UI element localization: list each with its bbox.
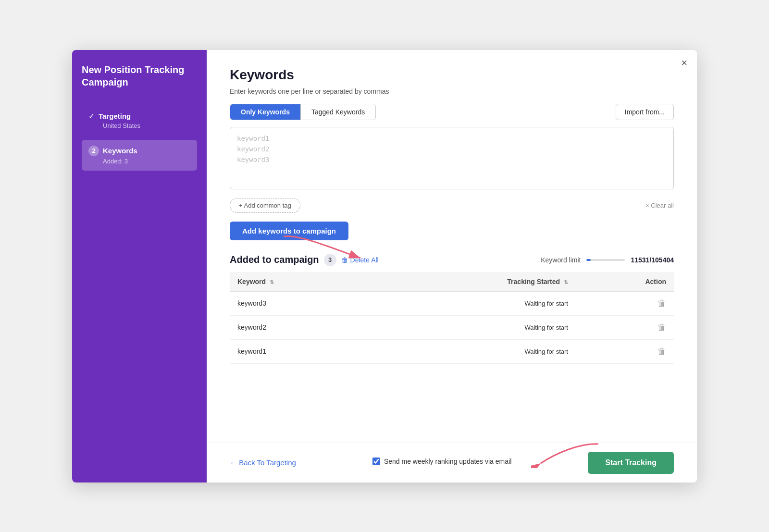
import-button[interactable]: Import from... [616,104,674,120]
sidebar-item-targeting[interactable]: ✓ Targeting United States [82,106,197,135]
action-cell: 🗑 [576,339,674,363]
action-cell: 🗑 [576,315,674,339]
table-row: keyword3 Waiting for start 🗑 [230,291,674,315]
sidebar-targeting-sub: United States [88,122,190,129]
campaign-title: Added to campaign [230,254,319,265]
tracking-status-cell: Waiting for start [370,339,576,363]
modal-footer: ← Back To Targeting Send me weekly ranki… [207,443,697,483]
sidebar-targeting-label: Targeting [99,112,131,120]
trash-icon: 🗑 [341,256,348,264]
table-row: keyword2 Waiting for start 🗑 [230,315,674,339]
delete-row-button[interactable]: 🗑 [657,322,666,333]
start-tracking-button[interactable]: Start Tracking [588,452,674,474]
keyword-cell: keyword1 [230,339,370,363]
keyword-limit-value: 11531/105404 [631,256,674,264]
keywords-table: Keyword ⇅ Tracking Started ⇅ Action keyw… [230,272,674,364]
limit-bar [586,259,625,261]
add-tag-button[interactable]: + Add common tag [230,198,300,213]
tab-only-keywords[interactable]: Only Keywords [230,104,301,120]
tab-tagged-keywords[interactable]: Tagged Keywords [301,104,375,120]
campaign-header: Added to campaign 3 🗑 Delete All Keyword… [230,254,674,266]
delete-all-button[interactable]: 🗑 Delete All [341,256,379,264]
keyword-cell: keyword3 [230,291,370,315]
keyword-cell: keyword2 [230,315,370,339]
back-to-targeting-button[interactable]: ← Back To Targeting [230,458,296,467]
delete-row-button[interactable]: 🗑 [657,346,666,357]
keyword-textarea[interactable] [230,127,674,189]
footer-center: Send me weekly ranking updates via email [296,458,588,468]
action-cell: 🗑 [576,291,674,315]
page-title: Keywords [230,67,674,83]
tag-row: + Add common tag × Clear all [230,198,674,213]
sidebar-keywords-sub: Added: 3 [88,158,190,165]
table-row: keyword1 Waiting for start 🗑 [230,339,674,363]
email-checkbox[interactable] [372,458,380,465]
sidebar-keywords-label: Keywords [103,147,137,155]
close-button[interactable]: × [681,58,687,68]
campaign-header-left: Added to campaign 3 🗑 Delete All [230,254,379,266]
email-label: Send me weekly ranking updates via email [384,458,511,465]
campaign-count-badge: 3 [324,254,336,266]
tracking-status-cell: Waiting for start [370,291,576,315]
th-tracking-started: Tracking Started ⇅ [370,272,576,292]
th-action: Action [576,272,674,292]
tabs-container: Only Keywords Tagged Keywords [230,104,376,120]
sort-keyword-icon[interactable]: ⇅ [270,279,274,285]
step-number-2: 2 [88,146,99,156]
check-icon: ✓ [88,111,95,121]
clear-all-button[interactable]: × Clear all [645,202,674,209]
page-subtitle: Enter keywords one per line or separated… [230,87,674,95]
sort-tracking-icon[interactable]: ⇅ [564,279,568,285]
tab-row: Only Keywords Tagged Keywords Import fro… [230,104,674,120]
sidebar-item-keywords[interactable]: 2 Keywords Added: 3 [82,140,197,171]
delete-all-label: Delete All [350,256,379,264]
keyword-limit-label: Keyword limit [541,256,581,264]
tracking-status-cell: Waiting for start [370,315,576,339]
main-content: × Keywords Enter keywords one per line o… [207,50,697,483]
keyword-limit-area: Keyword limit 11531/105404 [541,256,674,264]
content-area: Keywords Enter keywords one per line or … [207,50,697,443]
delete-row-button[interactable]: 🗑 [657,298,666,309]
limit-bar-fill [586,259,591,261]
th-keyword: Keyword ⇅ [230,272,370,292]
add-keywords-button[interactable]: Add keywords to campaign [230,222,348,240]
email-checkbox-row: Send me weekly ranking updates via email [372,458,511,465]
sidebar-title: New Position Tracking Campaign [82,63,197,88]
sidebar: New Position Tracking Campaign ✓ Targeti… [72,50,207,483]
